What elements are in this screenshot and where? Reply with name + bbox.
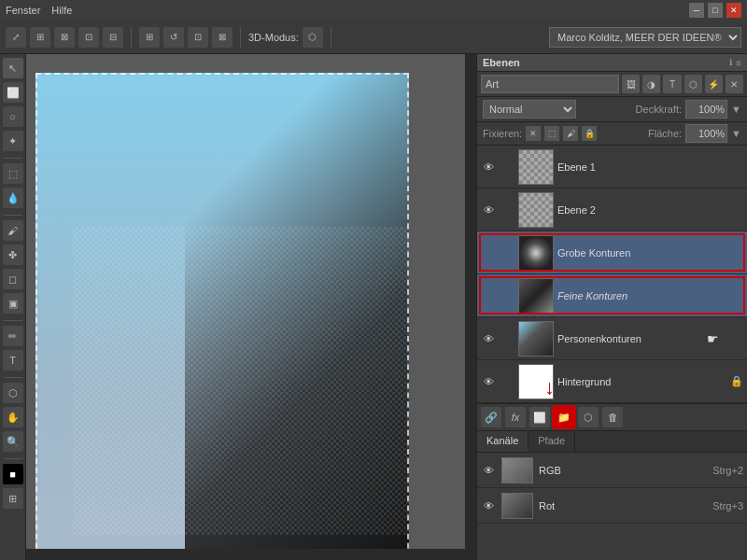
- fx-button[interactable]: fx: [505, 407, 526, 427]
- align-left-icon[interactable]: ⊞: [30, 27, 50, 48]
- layer-visibility-feine[interactable]: 👁: [481, 288, 496, 303]
- filter-toggle-icon[interactable]: ✕: [726, 75, 743, 93]
- menu-fenster[interactable]: Fenster: [6, 5, 40, 16]
- canvas-area[interactable]: [26, 54, 476, 560]
- link-layers-button[interactable]: 🔗: [481, 407, 501, 427]
- layer-item-grobe[interactable]: 👁 Grobe Konturen: [477, 231, 747, 274]
- fix-pixels-icon[interactable]: ⬚: [544, 126, 559, 141]
- move-tool[interactable]: ↖: [3, 58, 23, 78]
- eraser-tool[interactable]: ◻: [3, 269, 23, 289]
- gradient-tool[interactable]: ▣: [3, 293, 23, 314]
- layer-visibility-hintergrund[interactable]: 👁: [481, 374, 496, 389]
- filter-kind-icon[interactable]: 🖼: [622, 75, 640, 93]
- profile-select[interactable]: Marco Kolditz, MEER DER IDEEN®: [549, 27, 741, 48]
- fix-row: Fixieren: ✕ ⬚ 🖌 🔒 Fläche: ▼: [477, 122, 747, 146]
- brush-tool[interactable]: 🖌: [3, 220, 23, 241]
- eyedropper-tool[interactable]: 💧: [3, 188, 23, 208]
- profile-area: Marco Kolditz, MEER DER IDEEN®: [549, 27, 741, 48]
- deckkraft-input[interactable]: [685, 100, 727, 119]
- filter-adjustment-icon[interactable]: ◑: [642, 75, 660, 93]
- distribute-icon[interactable]: ⊡: [78, 27, 99, 48]
- layer-link-personen[interactable]: [500, 331, 514, 346]
- title-bar: Fenster Hilfe ─ □ ✕: [0, 0, 747, 21]
- new-group-button[interactable]: 📁: [554, 407, 574, 427]
- layer-item-ebene1[interactable]: 👁 Ebene 1: [477, 146, 747, 189]
- channel-visibility-rgb[interactable]: 👁: [481, 463, 496, 478]
- close-button[interactable]: ✕: [726, 3, 741, 18]
- layers-panel-title: Ebenen: [483, 57, 520, 68]
- fix-position-icon[interactable]: ✕: [526, 126, 541, 141]
- layer-item-ebene2[interactable]: 👁 Ebene 2: [477, 189, 747, 231]
- layer-name-hintergrund: Hintergrund: [557, 376, 726, 387]
- 3d-icon[interactable]: ⬡: [303, 27, 323, 48]
- lasso-tool[interactable]: ○: [3, 106, 23, 127]
- crop-tool[interactable]: ⬚: [3, 163, 23, 184]
- tool-divider-1: [4, 158, 22, 159]
- layer-visibility-ebene2[interactable]: 👁: [481, 203, 496, 217]
- filter-type-icon[interactable]: T: [663, 75, 681, 93]
- layer-link-grobe[interactable]: [500, 245, 514, 260]
- tab-pfade[interactable]: Pfade: [529, 431, 575, 452]
- panel-toggle[interactable]: ⊞: [3, 488, 23, 509]
- window-controls[interactable]: ─ □ ✕: [689, 3, 741, 18]
- blend-mode-row: Normal Deckkraft: ▼: [477, 97, 747, 122]
- align-center-icon[interactable]: ⊠: [54, 27, 75, 48]
- spacing-icon[interactable]: ⊟: [103, 27, 123, 48]
- layer-thumb-ebene2: [518, 192, 554, 228]
- channel-item-rot[interactable]: 👁 Rot Strg+3: [477, 488, 747, 524]
- flip-icon[interactable]: ⊡: [188, 27, 208, 48]
- zoom-tool[interactable]: 🔍: [3, 431, 23, 452]
- layer-search-input[interactable]: [481, 75, 619, 93]
- marquee-tool[interactable]: ⬜: [3, 82, 23, 103]
- clone-tool[interactable]: ✤: [3, 245, 23, 265]
- person-silhouette: [185, 73, 409, 560]
- layer-visibility-personen[interactable]: 👁: [481, 331, 496, 346]
- flaeche-input[interactable]: [685, 124, 727, 143]
- text-tool[interactable]: T: [3, 350, 23, 371]
- layer-visibility-ebene1[interactable]: 👁: [481, 160, 496, 175]
- menu-bar[interactable]: Fenster Hilfe: [6, 5, 72, 16]
- arrange-icon[interactable]: ⊞: [139, 27, 160, 48]
- layer-list: 👁 Ebene 1 👁 Ebene 2 👁: [477, 146, 747, 403]
- shape-tool[interactable]: ⬡: [3, 383, 23, 403]
- layer-link-ebene2[interactable]: [500, 203, 514, 217]
- wand-tool[interactable]: ✦: [3, 131, 23, 151]
- 3d-tools: 3D-Modus: ⬡: [248, 27, 331, 48]
- rotate-icon[interactable]: ↺: [163, 27, 184, 48]
- flaeche-arrow[interactable]: ▼: [731, 128, 741, 139]
- minimize-button[interactable]: ─: [689, 3, 704, 18]
- layer-link-hintergrund[interactable]: [500, 374, 514, 389]
- fix-all-icon[interactable]: 🔒: [582, 126, 597, 141]
- main-toolbar: ⤢ ⊞ ⊠ ⊡ ⊟ ⊞ ↺ ⊡ ⊠ 3D-Modus: ⬡ Marco Kold…: [0, 21, 747, 54]
- move-icon[interactable]: ⤢: [6, 27, 26, 48]
- panel-menu-button[interactable]: ≡: [736, 58, 741, 68]
- filter-shape-icon[interactable]: ⬡: [684, 75, 702, 93]
- panel-info-icon[interactable]: ℹ: [729, 58, 732, 67]
- layer-link-feine[interactable]: [500, 288, 514, 303]
- canvas-scroll-right[interactable]: [465, 54, 476, 560]
- path-tool[interactable]: ✏: [3, 326, 23, 346]
- add-mask-button[interactable]: ⬜: [529, 407, 550, 427]
- canvas-scroll-bottom[interactable]: [26, 549, 476, 560]
- layer-item-personen[interactable]: 👁 Personenkonturen ☛: [477, 317, 747, 360]
- layer-item-feine[interactable]: 👁 Feine Konturen: [477, 274, 747, 317]
- right-panel: Ebenen ℹ ≡ 🖼 ◑ T ⬡ ⚡ ✕ Normal: [476, 54, 747, 560]
- filter-smart-icon[interactable]: ⚡: [705, 75, 723, 93]
- blend-mode-select[interactable]: Normal: [483, 100, 576, 119]
- tab-kanaele[interactable]: Kanäle: [477, 431, 529, 452]
- layer-item-hintergrund[interactable]: 👁 Hintergrund 🔒: [477, 360, 747, 403]
- expand-icon[interactable]: ⊠: [212, 27, 233, 48]
- channel-visibility-rot[interactable]: 👁: [481, 498, 496, 513]
- delete-layer-button[interactable]: 🗑: [602, 407, 623, 427]
- hand-tool[interactable]: ✋: [3, 407, 23, 427]
- fixieren-label: Fixieren:: [483, 128, 522, 139]
- layer-visibility-grobe[interactable]: 👁: [481, 245, 496, 260]
- new-layer-button[interactable]: ⬡: [578, 407, 599, 427]
- fix-color-icon[interactable]: 🖌: [563, 126, 578, 141]
- maximize-button[interactable]: □: [708, 3, 723, 18]
- layer-link-ebene1[interactable]: [500, 160, 514, 175]
- channel-item-rgb[interactable]: 👁 RGB Strg+2: [477, 453, 747, 488]
- foreground-color[interactable]: ■: [3, 464, 23, 484]
- menu-hilfe[interactable]: Hilfe: [51, 5, 72, 16]
- deckkraft-arrow[interactable]: ▼: [731, 104, 741, 115]
